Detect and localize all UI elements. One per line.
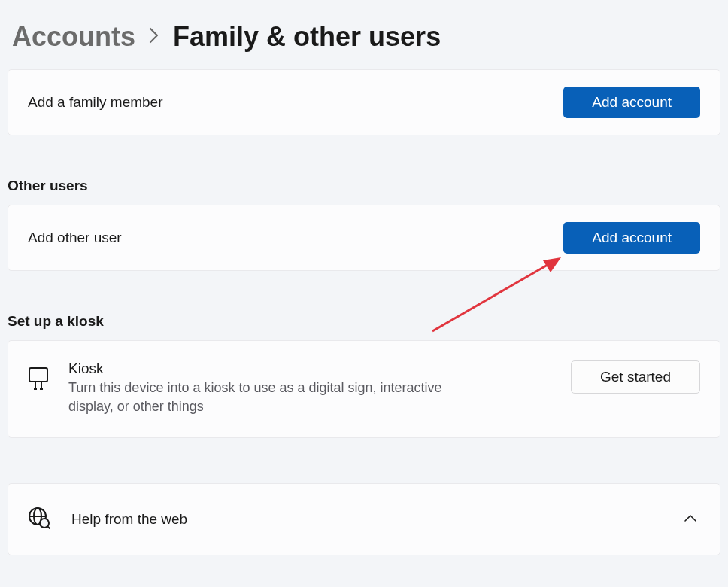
help-label: Help from the web	[71, 511, 187, 528]
breadcrumb-parent[interactable]: Accounts	[12, 21, 135, 53]
add-family-account-button[interactable]: Add account	[563, 87, 700, 118]
add-other-account-button[interactable]: Add account	[563, 222, 700, 254]
kiosk-description: Turn this device into a kiosk to use as …	[68, 379, 490, 416]
kiosk-icon	[28, 366, 49, 394]
add-other-user-panel: Add other user Add account	[8, 205, 720, 271]
add-family-member-panel: Add a family member Add account	[8, 69, 720, 135]
help-panel[interactable]: Help from the web	[8, 483, 720, 555]
add-family-member-label: Add a family member	[28, 94, 163, 111]
help-globe-icon	[28, 506, 50, 532]
kiosk-panel: Kiosk Turn this device into a kiosk to u…	[8, 340, 720, 438]
svg-line-9	[47, 526, 50, 528]
add-other-user-label: Add other user	[28, 230, 122, 246]
kiosk-get-started-button[interactable]: Get started	[571, 360, 700, 394]
breadcrumb-current: Family & other users	[173, 21, 441, 53]
other-users-header: Other users	[0, 178, 728, 194]
kiosk-header: Set up a kiosk	[0, 313, 728, 330]
kiosk-title: Kiosk	[68, 360, 490, 377]
chevron-up-icon[interactable]	[684, 513, 700, 525]
chevron-right-icon	[149, 25, 159, 49]
svg-rect-0	[29, 368, 47, 382]
breadcrumb: Accounts Family & other users	[0, 0, 728, 69]
